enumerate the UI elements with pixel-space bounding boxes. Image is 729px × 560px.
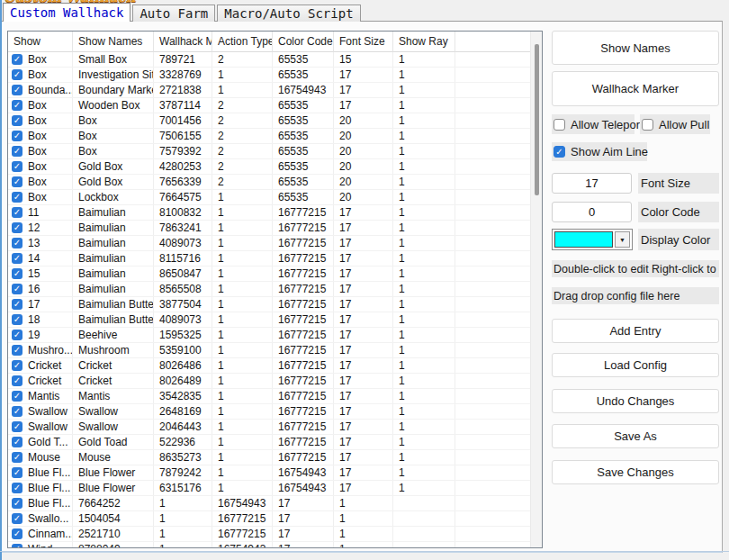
table-cell: 17 bbox=[334, 251, 393, 266]
row-checkbox[interactable]: ✓ bbox=[12, 299, 22, 310]
table-row[interactable]: ✓12Baimulian7863241116777215171 bbox=[8, 221, 542, 236]
table-row[interactable]: ✓BoxLockbox7664575165535201 bbox=[8, 190, 542, 205]
table-row[interactable]: ✓Gold T...Gold Toad522936116777215171 bbox=[8, 435, 542, 450]
row-checkbox[interactable]: ✓ bbox=[12, 253, 22, 264]
row-checkbox[interactable]: ✓ bbox=[12, 314, 22, 325]
add-entry-button[interactable]: Add Entry bbox=[552, 319, 719, 343]
row-checkbox[interactable]: ✓ bbox=[12, 452, 22, 463]
show-names-button[interactable]: Show Names bbox=[552, 31, 719, 65]
load-config-button[interactable]: Load Config bbox=[552, 353, 719, 377]
table-row[interactable]: ✓Mushro...Mushroom5359100116777215171 bbox=[8, 343, 542, 358]
row-checkbox[interactable]: ✓ bbox=[12, 161, 22, 172]
save-as-button[interactable]: Save As bbox=[552, 424, 719, 448]
column-header-action-type[interactable]: Action Type bbox=[212, 32, 273, 52]
row-checkbox[interactable]: ✓ bbox=[12, 437, 22, 447]
table-row[interactable]: ✓CricketCricket8026489116777215171 bbox=[8, 374, 542, 389]
table-row[interactable]: ✓MantisMantis3542835116777215171 bbox=[8, 389, 542, 404]
row-checkbox[interactable]: ✓ bbox=[12, 284, 22, 294]
tab-page: ShowShow NamesWallhack M...Action TypeCo… bbox=[2, 21, 723, 553]
show-aim-line-checkbox-box[interactable]: ✓ bbox=[554, 146, 565, 158]
table-row[interactable]: ✓BoxGold Box7656339265535201 bbox=[8, 175, 542, 190]
allow-pull-checkbox[interactable]: ✓ Allow Pull bbox=[640, 114, 710, 134]
row-show-label: Mouse bbox=[28, 450, 60, 465]
row-checkbox[interactable]: ✓ bbox=[12, 513, 22, 524]
color-code-input[interactable] bbox=[552, 202, 632, 222]
row-checkbox[interactable]: ✓ bbox=[12, 467, 22, 478]
table-row[interactable]: ✓Blue Fl...Blue Flower631517611675494317… bbox=[8, 481, 542, 496]
chevron-down-icon[interactable]: ▼ bbox=[615, 231, 630, 248]
column-header-color-code[interactable]: Color Code bbox=[273, 32, 334, 52]
table-row[interactable]: ✓Blue Fl...7664252116754943171 bbox=[8, 496, 542, 511]
row-checkbox[interactable]: ✓ bbox=[12, 498, 22, 509]
row-checkbox[interactable]: ✓ bbox=[12, 330, 22, 340]
table-cell: 1 bbox=[212, 374, 273, 388]
allow-teleport-checkbox-box[interactable]: ✓ bbox=[554, 119, 565, 131]
row-checkbox[interactable]: ✓ bbox=[12, 100, 22, 111]
table-row[interactable]: ✓Blue Fl...Blue Flower787924211675494317… bbox=[8, 465, 542, 481]
tab-macro-auto-script[interactable]: Macro/Auto Script bbox=[217, 5, 360, 22]
table-row[interactable]: ✓BoxBox7506155265535201 bbox=[8, 129, 542, 144]
column-header-show-ray[interactable]: Show Ray bbox=[393, 32, 455, 52]
row-checkbox[interactable]: ✓ bbox=[12, 421, 22, 432]
row-checkbox[interactable]: ✓ bbox=[12, 544, 22, 547]
table-row[interactable]: ✓Wind...8788049116754943171 bbox=[8, 542, 542, 547]
table-row[interactable]: ✓BoxInvestigation Site3328769165535171 bbox=[8, 68, 542, 83]
allow-pull-checkbox-box[interactable]: ✓ bbox=[642, 119, 653, 131]
table-row[interactable]: ✓17Baimulian Butterfly387750411677721517… bbox=[8, 297, 542, 312]
table-row[interactable]: ✓Swallo...1504054116777215171 bbox=[8, 511, 542, 527]
table-row[interactable]: ✓13Baimulian4089073116777215171 bbox=[8, 236, 542, 251]
table-row[interactable]: ✓MouseMouse8635273116777215171 bbox=[8, 450, 542, 465]
table-scrollbar[interactable] bbox=[530, 32, 542, 547]
row-checkbox[interactable]: ✓ bbox=[12, 406, 22, 417]
row-checkbox[interactable]: ✓ bbox=[12, 69, 22, 80]
table-row[interactable]: ✓BoxBox7579392265535201 bbox=[8, 144, 542, 159]
wallhack-marker-button[interactable]: Wallhack Marker bbox=[552, 71, 719, 106]
table-row[interactable]: ✓SwallowSwallow2046443116777215171 bbox=[8, 420, 542, 435]
scrollbar-thumb[interactable] bbox=[535, 44, 539, 195]
table-row[interactable]: ✓SwallowSwallow2648169116777215171 bbox=[8, 404, 542, 420]
table-row[interactable]: ✓19Beehive1595325116777215171 bbox=[8, 328, 542, 343]
row-checkbox[interactable]: ✓ bbox=[12, 115, 22, 126]
table-row[interactable]: ✓BoxBox7001456265535201 bbox=[8, 113, 542, 129]
row-checkbox[interactable]: ✓ bbox=[12, 207, 22, 218]
table-row[interactable]: ✓BoxSmall Box789721265535151 bbox=[8, 52, 542, 68]
row-checkbox[interactable]: ✓ bbox=[12, 146, 22, 157]
row-checkbox[interactable]: ✓ bbox=[12, 360, 22, 371]
row-checkbox[interactable]: ✓ bbox=[12, 238, 22, 248]
row-checkbox[interactable]: ✓ bbox=[12, 176, 22, 187]
column-header-show[interactable]: Show bbox=[8, 32, 73, 52]
allow-teleport-checkbox[interactable]: ✓ Allow Teleport bbox=[552, 114, 634, 134]
row-checkbox[interactable]: ✓ bbox=[12, 192, 22, 203]
table-cell: 7664575 bbox=[154, 190, 212, 204]
font-size-input[interactable] bbox=[552, 173, 632, 194]
tab-auto-farm[interactable]: Auto Farm bbox=[132, 5, 215, 22]
row-checkbox[interactable]: ✓ bbox=[12, 483, 22, 493]
table-row[interactable]: ✓Cinnam...2521710116777215171 bbox=[8, 527, 542, 542]
table-row[interactable]: ✓CricketCricket8026486116777215171 bbox=[8, 358, 542, 374]
row-checkbox[interactable]: ✓ bbox=[12, 345, 22, 356]
column-header-show-names[interactable]: Show Names bbox=[73, 32, 154, 52]
row-checkbox[interactable]: ✓ bbox=[12, 268, 22, 279]
row-checkbox[interactable]: ✓ bbox=[12, 131, 22, 141]
row-checkbox[interactable]: ✓ bbox=[12, 391, 22, 402]
row-checkbox[interactable]: ✓ bbox=[12, 528, 22, 539]
column-header-font-size[interactable]: Font Size bbox=[334, 32, 393, 52]
row-checkbox[interactable]: ✓ bbox=[12, 222, 22, 233]
display-color-dropdown[interactable]: ▼ bbox=[552, 229, 633, 250]
table-row[interactable]: ✓18Baimulian Butterfly408907311677721517… bbox=[8, 312, 542, 328]
table-row[interactable]: ✓16Baimulian8565508116777215171 bbox=[8, 282, 542, 297]
row-checkbox[interactable]: ✓ bbox=[12, 54, 22, 65]
table-row[interactable]: ✓15Baimulian8650847116777215171 bbox=[8, 266, 542, 282]
undo-changes-button[interactable]: Undo Changes bbox=[552, 389, 719, 413]
table-row[interactable]: ✓14Baimulian8115716116777215171 bbox=[8, 251, 542, 266]
table-cell: Lockbox bbox=[73, 190, 154, 204]
table-row[interactable]: ✓BoxWooden Box3787114265535171 bbox=[8, 98, 542, 113]
table-row[interactable]: ✓Bounda...Boundary Marker272183811675494… bbox=[8, 83, 542, 98]
table-row[interactable]: ✓11Baimulian8100832116777215171 bbox=[8, 205, 542, 221]
table-row[interactable]: ✓BoxGold Box4280253265535201 bbox=[8, 159, 542, 175]
row-checkbox[interactable]: ✓ bbox=[12, 85, 22, 95]
column-header-wallhack-m[interactable]: Wallhack M... bbox=[154, 32, 212, 52]
row-checkbox[interactable]: ✓ bbox=[12, 375, 22, 386]
show-aim-line-checkbox[interactable]: ✓ Show Aim Line bbox=[552, 142, 647, 161]
save-changes-button[interactable]: Save Changes bbox=[552, 460, 719, 484]
